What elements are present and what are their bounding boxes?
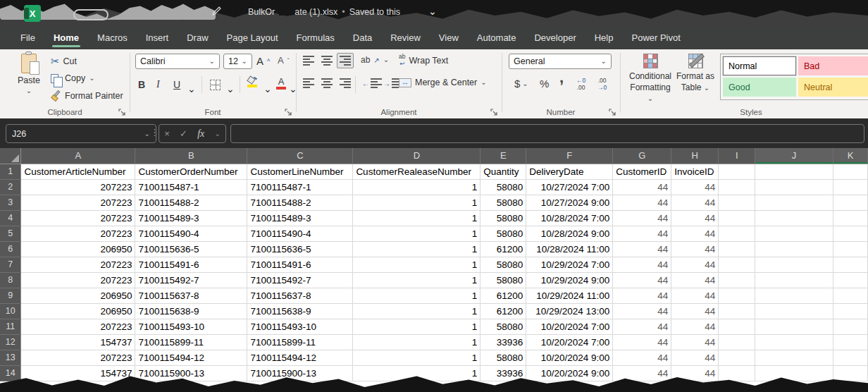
comma-style-button[interactable]: , [559,78,564,84]
underline-chevron-icon[interactable]: ⌄ [187,80,196,97]
cell-G10[interactable]: 44 [613,303,671,319]
fill-color-button[interactable] [247,76,257,93]
cell-B8[interactable]: 7100115492-7 [135,272,247,288]
cell-J14[interactable] [755,365,833,381]
format-painter-button[interactable]: Format Painter [51,91,123,101]
percent-style-button[interactable]: % [540,78,549,90]
cell-C2[interactable]: 7100115487-1 [247,179,353,195]
cell-D4[interactable]: 1 [353,210,480,226]
chevron-down-icon[interactable]: ⌄ [89,75,94,82]
cell-I9[interactable] [719,288,755,303]
cell-D5[interactable]: 1 [353,226,480,241]
cell-G8[interactable]: 44 [613,272,671,288]
clipboard-dialog-launcher[interactable] [118,106,127,115]
cell-C9[interactable]: 7100115637-8 [247,288,353,303]
cell-F7[interactable]: 10/29/2024 7:00 [526,257,613,272]
cell-F14[interactable]: 10/20/2024 9:00 [526,365,613,381]
cell-I7[interactable] [719,257,755,272]
row-header-12[interactable]: 12 [0,334,21,350]
cell-K4[interactable] [833,210,867,226]
cell-K5[interactable] [833,226,867,241]
cell-E11[interactable]: 58080 [480,319,526,334]
style-normal[interactable]: Normal [723,56,796,75]
cell-G6[interactable]: 44 [613,241,671,257]
cell-H5[interactable]: 44 [671,226,719,241]
number-format-select[interactable]: General ⌄ [509,54,612,69]
cell-K3[interactable] [833,195,867,210]
cell-G9[interactable]: 44 [613,288,671,303]
cell-H10[interactable]: 44 [671,303,719,319]
cell-I10[interactable] [719,303,755,319]
column-header-I[interactable]: I [719,148,755,164]
cell-A1[interactable]: CustomerArticleNumber [21,164,135,179]
cell-H3[interactable]: 44 [671,195,719,210]
cell-J11[interactable] [755,319,833,334]
cell-F3[interactable]: 10/27/2024 9:00 [526,195,613,210]
cell-H4[interactable]: 44 [671,210,719,226]
cell-D9[interactable]: 1 [353,288,480,303]
cell-A6[interactable]: 206950 [21,241,135,257]
cell-F12[interactable]: 10/20/2024 7:00 [526,334,613,350]
cell-J1[interactable] [755,164,833,179]
cell-I8[interactable] [719,272,755,288]
increase-font-size-button[interactable]: A^ [256,55,270,67]
underline-button[interactable]: U [173,76,180,93]
tab-view[interactable]: View [430,27,468,49]
tab-developer[interactable]: Developer [525,27,585,49]
row-header-9[interactable]: 9 [0,288,21,303]
cell-F6[interactable]: 10/28/2024 11:00 [526,241,613,257]
borders-chevron-icon[interactable]: ⌄ [226,80,235,97]
row-header-13[interactable]: 13 [0,350,21,365]
cell-C6[interactable]: 7100115636-5 [247,241,353,257]
decrease-decimal-button[interactable]: .00→0 [597,78,607,92]
cell-B7[interactable]: 7100115491-6 [135,257,247,272]
row-header-4[interactable]: 4 [0,210,21,226]
style-good[interactable]: Good [723,78,796,97]
cell-I6[interactable] [719,241,755,257]
accounting-format-button[interactable]: $ ⌄ [514,78,528,90]
title-chevron-down-icon[interactable]: ⌄ [428,6,437,17]
formula-input[interactable] [230,124,864,143]
cell-J10[interactable] [755,303,833,319]
cell-D1[interactable]: CustomerRealeaseNumber [353,164,480,179]
alignment-dialog-launcher[interactable] [490,106,499,115]
cell-D7[interactable]: 1 [353,257,480,272]
cell-A8[interactable]: 207223 [21,272,135,288]
cell-C8[interactable]: 7100115492-7 [247,272,353,288]
bold-button[interactable]: B [138,76,145,93]
cell-A12[interactable]: 154737 [21,334,135,350]
cell-B13[interactable]: 7100115494-12 [135,350,247,365]
cell-C11[interactable]: 7100115493-10 [247,319,353,334]
cell-B1[interactable]: CustomerOrderNumber [135,164,247,179]
cell-B14[interactable]: 7100115900-13 [135,365,247,381]
cell-H8[interactable]: 44 [671,272,719,288]
cell-D12[interactable]: 1 [353,334,480,350]
tab-help[interactable]: Help [585,27,623,49]
cell-J6[interactable] [755,241,833,257]
cell-D11[interactable]: 1 [353,319,480,334]
cell-G12[interactable]: 44 [613,334,671,350]
align-left-button[interactable] [303,78,314,88]
cell-G4[interactable]: 44 [613,210,671,226]
cell-D6[interactable]: 1 [353,241,480,257]
cell-I5[interactable] [719,226,755,241]
conditional-formatting-button[interactable]: Conditional Formatting ⌄ [628,54,672,103]
column-header-A[interactable]: A [21,148,135,164]
cell-H11[interactable]: 44 [671,319,719,334]
cell-E7[interactable]: 58080 [480,257,526,272]
font-color-button[interactable]: A [276,76,286,93]
chevron-down-icon[interactable]: ⌄ [214,130,220,137]
cell-E4[interactable]: 58080 [480,210,526,226]
cell-A4[interactable]: 207223 [21,210,135,226]
cell-F8[interactable]: 10/29/2024 9:00 [526,272,613,288]
cell-E6[interactable]: 61200 [480,241,526,257]
cell-H2[interactable]: 44 [671,179,719,195]
cell-A13[interactable]: 207223 [21,350,135,365]
cell-G5[interactable]: 44 [613,226,671,241]
cell-C7[interactable]: 7100115491-6 [247,257,353,272]
cell-H13[interactable]: 44 [671,350,719,365]
cell-D3[interactable]: 1 [353,195,480,210]
cell-C14[interactable]: 7100115900-13 [247,365,353,381]
cell-B2[interactable]: 7100115487-1 [135,179,247,195]
cell-I11[interactable] [719,319,755,334]
